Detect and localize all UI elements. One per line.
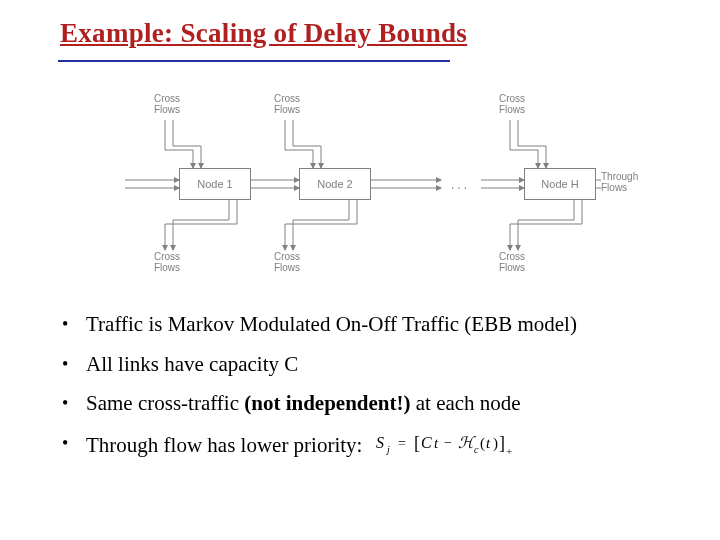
svg-text:t: t (486, 435, 491, 451)
bullet-dot-icon: • (62, 431, 86, 455)
bullet-dot-icon: • (62, 312, 86, 336)
svg-text:(: ( (480, 435, 485, 452)
svg-text:−: − (444, 435, 452, 450)
title-underline-rule (58, 60, 450, 62)
bullet-item: • Same cross-traffic (not independent!) … (62, 391, 672, 417)
network-diagram: Node 1 Node 2 Node H CrossFlows CrossFlo… (125, 90, 630, 285)
svg-text:t: t (434, 435, 439, 451)
svg-text:c: c (474, 444, 479, 455)
bullet-dot-icon: • (62, 352, 86, 376)
bullet-item: • Traffic is Markov Modulated On-Off Tra… (62, 312, 672, 338)
bullet-list: • Traffic is Markov Modulated On-Off Tra… (62, 312, 672, 477)
svg-text:S: S (376, 434, 384, 451)
bullet-text: Through flow has lower priority: S j = [… (86, 431, 672, 464)
bullet-text: Traffic is Markov Modulated On-Off Traff… (86, 312, 672, 338)
svg-text:[: [ (414, 433, 420, 453)
svg-text:+: + (506, 445, 512, 457)
svg-text:j: j (385, 444, 390, 455)
priority-formula: S j = [ C t − ℋ c (374, 431, 534, 464)
diagram-arrows (125, 90, 630, 285)
svg-text:C: C (421, 434, 432, 451)
bullet-item: • All links have capacity C (62, 352, 672, 378)
svg-text:]: ] (499, 433, 505, 453)
svg-text:): ) (493, 435, 498, 452)
svg-text:=: = (398, 436, 406, 451)
slide-title: Example: Scaling of Delay Bounds (60, 18, 467, 49)
bullet-text: All links have capacity C (86, 352, 672, 378)
bullet-text: Same cross-traffic (not independent!) at… (86, 391, 672, 417)
bullet-item: • Through flow has lower priority: S j =… (62, 431, 672, 464)
bullet-dot-icon: • (62, 391, 86, 415)
